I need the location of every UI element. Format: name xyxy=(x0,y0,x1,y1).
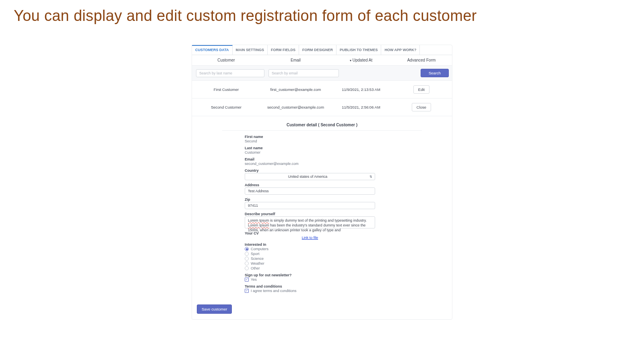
customer-detail: Customer detail ( Second Customer ) Firs… xyxy=(192,116,452,301)
textarea-text: Lorem Ipsum xyxy=(248,218,269,222)
interest-option[interactable]: Weather xyxy=(245,261,375,265)
radio-icon xyxy=(245,252,249,256)
search-email-input[interactable] xyxy=(268,69,339,77)
detail-form: First name Second Last name Customer Ema… xyxy=(222,131,375,293)
app-panel: CUSTOMERS DATA MAIN SETTINGS FORM FIELDS… xyxy=(192,45,452,320)
row-customer-name: First Customer xyxy=(192,87,260,92)
textarea-text: is simply dummy text of the printing and… xyxy=(269,218,367,222)
page-title: You can display and edit custom registra… xyxy=(0,0,644,45)
country-selected-value: United states of America xyxy=(288,175,328,179)
tab-publish-to-themes[interactable]: PUBLISH TO THEMES xyxy=(336,45,381,55)
radio-icon xyxy=(245,257,249,261)
close-button[interactable]: Close xyxy=(412,103,431,111)
email-value: second_customer@example.com xyxy=(245,162,375,166)
row-customer-updated: 11/5/2021, 2:56:06 AM xyxy=(331,105,391,109)
textarea-text: Lorem Ipsum xyxy=(248,223,269,227)
row-customer-updated: 11/9/2021, 2:13:53 AM xyxy=(331,87,391,92)
cv-file-link[interactable]: Link to file xyxy=(245,236,375,240)
tab-how-app-work[interactable]: HOW APP WORK? xyxy=(381,45,420,55)
first-name-value: Second xyxy=(245,139,375,143)
zip-label: Zip xyxy=(245,197,375,202)
col-advanced: Advanced Form xyxy=(391,58,452,62)
last-name-value: Customer xyxy=(245,150,375,154)
terms-label: Terms and conditions xyxy=(245,284,375,288)
table-header-row: Customer Email ▾Updated At Advanced Form xyxy=(192,55,452,65)
table-row: Second Customer second_customer@example.… xyxy=(192,99,452,116)
interest-option[interactable]: Other xyxy=(245,266,375,270)
search-button[interactable]: Search xyxy=(421,69,449,77)
col-email[interactable]: Email xyxy=(260,58,331,62)
country-select[interactable]: United states of America ⇅ xyxy=(245,173,375,180)
row-customer-email: second_customer@example.com xyxy=(260,105,331,109)
radio-icon xyxy=(245,247,249,251)
col-updated[interactable]: ▾Updated At xyxy=(331,58,391,62)
address-label: Address xyxy=(245,183,375,187)
tab-form-designer[interactable]: FORM DESIGNER xyxy=(299,45,336,55)
radio-icon xyxy=(245,266,249,270)
terms-option-label: I agree terms and conditions xyxy=(251,289,297,293)
country-label: Country xyxy=(245,169,375,173)
edit-button[interactable]: Edit xyxy=(413,85,429,94)
describe-label: Describe yourself xyxy=(245,212,375,216)
interested-label: Interested In xyxy=(245,243,375,247)
email-label: Email xyxy=(245,157,375,161)
search-lastname-input[interactable] xyxy=(196,69,264,77)
zip-input[interactable] xyxy=(245,202,375,209)
interest-option-label: Science xyxy=(251,257,264,261)
tab-form-fields[interactable]: FORM FIELDS xyxy=(268,45,299,55)
detail-heading: Customer detail ( Second Customer ) xyxy=(222,120,422,131)
col-customer[interactable]: Customer xyxy=(192,58,260,62)
interest-option[interactable]: Science xyxy=(245,257,375,261)
tab-customers-data[interactable]: CUSTOMERS DATA xyxy=(192,45,233,55)
interest-option-label: Computers xyxy=(251,247,268,251)
address-input[interactable] xyxy=(245,187,375,195)
search-row: Search xyxy=(192,65,452,81)
table-row: First Customer first_customer@example.co… xyxy=(192,81,452,99)
interest-option-label: Weather xyxy=(251,261,264,265)
chevron-updown-icon: ⇅ xyxy=(369,175,372,179)
last-name-label: Last name xyxy=(245,146,375,150)
tab-main-settings[interactable]: MAIN SETTINGS xyxy=(233,45,268,55)
tabstrip: CUSTOMERS DATA MAIN SETTINGS FORM FIELDS… xyxy=(192,45,452,55)
interest-option-label: Sport xyxy=(251,252,260,256)
sort-caret-icon: ▾ xyxy=(350,59,353,62)
interest-option-label: Other xyxy=(251,266,260,270)
col-updated-label: Updated At xyxy=(353,58,372,62)
radio-icon xyxy=(245,261,249,265)
describe-textarea[interactable]: Lorem Ipsum is simply dummy text of the … xyxy=(245,216,375,228)
save-customer-button[interactable]: Save customer xyxy=(197,304,232,314)
newsletter-checkbox[interactable]: Yes xyxy=(245,278,375,282)
row-customer-name: Second Customer xyxy=(192,105,260,109)
newsletter-label: Sign up for out newsletter? xyxy=(245,273,375,277)
row-customer-email: first_customer@example.com xyxy=(260,87,331,92)
checkbox-icon xyxy=(245,289,249,293)
first-name-label: First name xyxy=(245,135,375,139)
interest-option[interactable]: Computers xyxy=(245,247,375,251)
interest-option[interactable]: Sport xyxy=(245,252,375,256)
newsletter-option-label: Yes xyxy=(251,278,257,282)
checkbox-icon xyxy=(245,278,249,282)
terms-checkbox[interactable]: I agree terms and conditions xyxy=(245,289,375,293)
save-row: Save customer xyxy=(192,301,452,319)
